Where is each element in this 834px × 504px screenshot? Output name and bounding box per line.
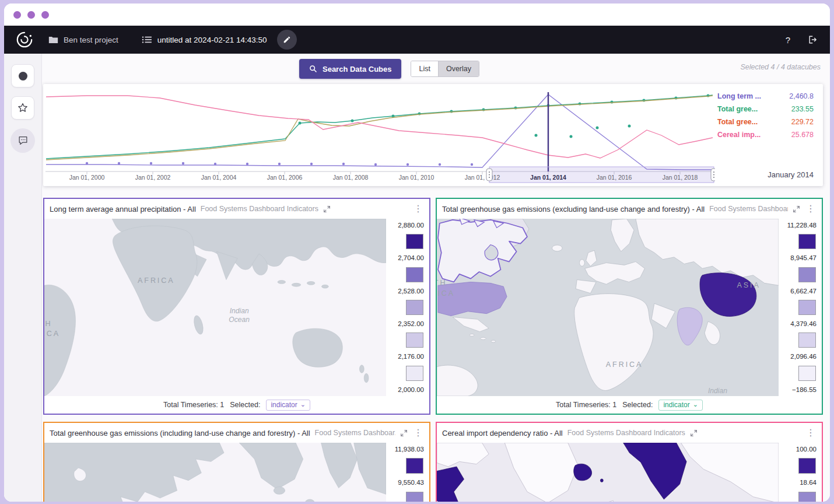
current-period-label: January 2014 xyxy=(717,170,814,179)
search-icon xyxy=(309,65,317,73)
map-legend-swatch xyxy=(798,300,816,315)
logout-button[interactable] xyxy=(808,35,818,44)
app-logo-icon[interactable] xyxy=(16,31,33,48)
sidebar-button-favorites[interactable] xyxy=(11,96,34,120)
legend-row: Long term ... 2,460.8 xyxy=(717,92,814,100)
purple-axis-dot xyxy=(342,163,345,165)
panel-header: Cereal import dependency ratio - All Foo… xyxy=(437,423,822,443)
panel-source: Food Systems Dashboard Indicators xyxy=(201,205,318,213)
expand-button[interactable] xyxy=(793,205,800,213)
kebab-menu-button[interactable]: ⋮ xyxy=(805,428,817,438)
panel-source: Food Systems Dashboard Indicators xyxy=(567,429,685,437)
legend-label: Total gree... xyxy=(717,105,758,113)
map-legend-swatch xyxy=(798,267,816,282)
help-button[interactable]: ? xyxy=(786,35,790,45)
app-window: Ben test project untitled at 2024-02-21 … xyxy=(4,4,830,502)
desktop-frame: Ben test project untitled at 2024-02-21 … xyxy=(0,0,834,504)
map-label-north-america: NORTH xyxy=(437,279,447,287)
chevron-down-icon: ⌄ xyxy=(300,401,306,408)
map-legend-swatch xyxy=(406,300,423,315)
map-label-ocean: Indian xyxy=(708,387,727,395)
legend-value: 233.55 xyxy=(791,105,814,113)
purple-axis-dot xyxy=(374,163,377,166)
overlay-view-button[interactable]: Overlay xyxy=(438,61,479,76)
panel-header: Total greenhouse gas emissions (includin… xyxy=(44,423,429,443)
teal-scatter-dot xyxy=(628,125,631,128)
axis-tick-label: Jan 01, 2008 xyxy=(333,174,369,181)
purple-axis-dot xyxy=(278,163,281,165)
teal-scatter-dot xyxy=(535,134,538,137)
axis-tick-label: Jan 01, 2018 xyxy=(663,174,698,181)
document-title-group: untitled at 2024-02-21 14:43:50 xyxy=(142,36,267,44)
map-legend-value: 8,945.47 xyxy=(790,254,817,262)
purple-axis-dot xyxy=(182,162,184,164)
map-legend-swatch xyxy=(798,366,816,381)
brush-handle-right[interactable] xyxy=(711,169,715,181)
window-control-dot[interactable] xyxy=(27,11,35,19)
map-legend-value: 2,528.00 xyxy=(398,287,424,295)
choropleth-map[interactable]: AFRICA Indian Ocean SOUTH AMERICA xyxy=(44,219,386,396)
purple-axis-dot xyxy=(118,162,120,164)
map-legend-swatch xyxy=(798,332,816,348)
expand-icon xyxy=(323,205,331,213)
axis-tick-label: Jan 01, 2004 xyxy=(201,174,237,181)
rename-button[interactable] xyxy=(277,30,297,50)
map-legend-swatch xyxy=(406,492,423,502)
kebab-menu-button[interactable]: ⋮ xyxy=(805,204,817,214)
map-legend-swatch xyxy=(406,332,423,348)
panel-header: Long term average annual precipitation -… xyxy=(44,199,429,219)
axis-tick-label: Jan 01, 2016 xyxy=(597,174,632,181)
expand-icon xyxy=(400,429,408,437)
map-legend: 11,228.488,945.476,662.474,379.462,096.4… xyxy=(779,219,822,396)
panel-title: Total greenhouse gas emissions (excludin… xyxy=(442,205,705,214)
purple-axis-dot xyxy=(471,163,473,166)
map-legend-value: 2,096.46 xyxy=(790,352,817,360)
dropdown-value: indicator xyxy=(271,401,297,409)
selected-datacubes-status: Selected 4 / 4 datacubes xyxy=(740,63,821,71)
series-line-ghg-including xyxy=(46,96,713,160)
map-legend-value: 2,000.00 xyxy=(398,386,424,394)
map-label-ocean: Indian xyxy=(230,307,249,315)
timeline-chart[interactable]: Jan 01, 2000 Jan 01, 2002 Jan 01, 2004 J… xyxy=(43,84,715,186)
map-legend-swatch xyxy=(406,366,423,381)
map-legend-value: 2,176.00 xyxy=(398,352,424,360)
app-header: Ben test project untitled at 2024-02-21 … xyxy=(4,26,830,54)
map-label-south-america: SOUTH xyxy=(44,320,52,328)
dropdown-value: indicator xyxy=(663,401,689,409)
expand-button[interactable] xyxy=(323,205,331,213)
window-control-dot[interactable] xyxy=(41,11,49,19)
list-view-button[interactable]: List xyxy=(411,61,437,76)
indicator-dropdown[interactable]: indicator ⌄ xyxy=(658,400,703,411)
map-legend-value: −186.55 xyxy=(792,386,817,394)
choropleth-map[interactable] xyxy=(44,443,386,502)
document-title: untitled at 2024-02-21 14:43:50 xyxy=(157,36,267,44)
total-timeseries-label: Total Timeseries: 1 xyxy=(556,401,616,409)
expand-button[interactable] xyxy=(690,429,698,437)
map-legend: 100.0018.64 xyxy=(779,443,822,502)
panel-title: Cereal import dependency ratio - All xyxy=(442,429,563,438)
purple-axis-dot xyxy=(150,162,152,164)
axis-tick-label-current: Jan 01, 2014 xyxy=(530,174,566,181)
sidebar-button-record[interactable] xyxy=(11,64,34,88)
kebab-menu-button[interactable]: ⋮ xyxy=(412,204,424,214)
view-mode-toggle: List Overlay xyxy=(411,61,479,77)
comment-icon xyxy=(17,135,29,146)
axis-tick-label: Jan 01, 2002 xyxy=(135,174,171,181)
axis-tick-label: Jan 01, 2006 xyxy=(267,174,303,181)
window-control-dot[interactable] xyxy=(13,11,21,19)
choropleth-map[interactable]: NORTH AMERICA ASIA AFRICA Indian xyxy=(437,219,779,396)
kebab-menu-button[interactable]: ⋮ xyxy=(412,428,424,438)
datacube-toolbar: Search Data Cubes List Overlay Selected … xyxy=(42,54,830,84)
project-selector[interactable]: Ben test project xyxy=(48,36,118,44)
search-data-cubes-button[interactable]: Search Data Cubes xyxy=(299,59,402,79)
sidebar-button-comments[interactable] xyxy=(10,128,35,153)
choropleth-map[interactable] xyxy=(437,443,779,502)
brush-handle-left[interactable] xyxy=(486,169,492,181)
left-sidebar xyxy=(4,54,42,502)
legend-row: Cereal imp... 25.678 xyxy=(717,131,814,139)
legend-value: 2,460.8 xyxy=(789,92,814,100)
pencil-icon xyxy=(283,36,291,44)
indicator-dropdown[interactable]: indicator ⌄ xyxy=(266,400,310,411)
expand-button[interactable] xyxy=(400,429,408,437)
map-legend-value: 11,228.48 xyxy=(787,221,817,229)
